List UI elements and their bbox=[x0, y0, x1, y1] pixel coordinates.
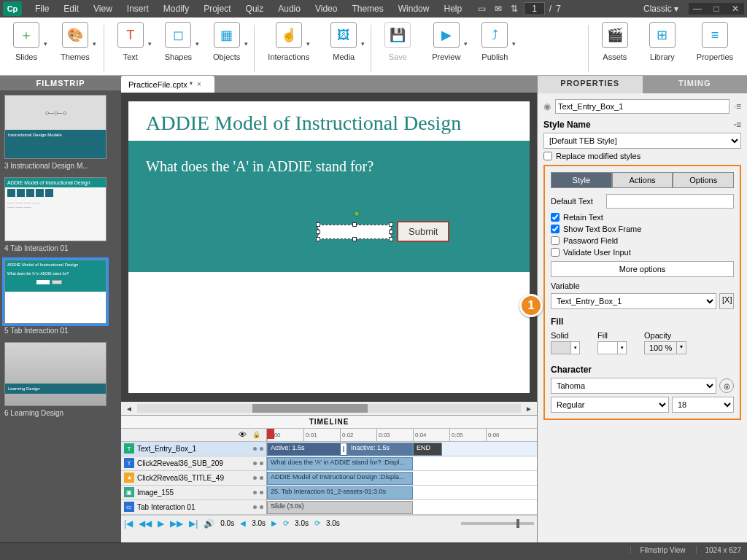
close-tab-icon[interactable]: × bbox=[197, 80, 201, 88]
visibility-icon[interactable]: ◉ bbox=[543, 101, 551, 112]
rotation-handle[interactable] bbox=[354, 211, 360, 217]
themes-icon[interactable]: 🎨 bbox=[62, 22, 88, 48]
object-menu-icon[interactable]: ∙≡ bbox=[734, 101, 741, 112]
ribbon-slides[interactable]: ＋ Slides bbox=[3, 22, 50, 75]
subtab-style[interactable]: Style bbox=[551, 172, 612, 188]
lock-column-icon[interactable]: 🔒 bbox=[252, 431, 260, 438]
default-text-input[interactable] bbox=[606, 194, 734, 209]
filmstrip-slide-3[interactable]: ◇—◇—◇Instructional Design Models 3 Instr… bbox=[4, 95, 117, 170]
ribbon-themes[interactable]: 🎨 Themes bbox=[50, 22, 101, 75]
tab-timing[interactable]: TIMING bbox=[643, 76, 748, 93]
password-checkbox[interactable] bbox=[551, 236, 560, 245]
horizontal-scrollbar[interactable]: ◄ ► bbox=[121, 402, 537, 415]
scroll-left-icon[interactable]: ◄ bbox=[121, 405, 137, 413]
font-family-select[interactable]: Tahoma bbox=[551, 378, 716, 394]
menu-video[interactable]: Video bbox=[308, 4, 344, 14]
panel-icon[interactable]: ▭ bbox=[478, 4, 486, 14]
style-select[interactable]: [Default TEB Style] bbox=[543, 133, 741, 149]
menu-quiz[interactable]: Quiz bbox=[239, 4, 271, 14]
variable-clear-button[interactable]: [X] bbox=[719, 293, 734, 309]
timeline-row[interactable]: ▣Image_155 25. Tab Interaction 01_2-asse… bbox=[121, 486, 537, 500]
slides-icon[interactable]: ＋ bbox=[13, 22, 39, 48]
text-icon[interactable]: T bbox=[117, 22, 144, 48]
retain-text-checkbox[interactable] bbox=[551, 213, 560, 222]
font-size-select[interactable]: 18 bbox=[672, 397, 734, 413]
tl-next-icon[interactable]: ▶▶ bbox=[170, 518, 183, 529]
resize-handle[interactable] bbox=[352, 237, 357, 241]
menu-file[interactable]: File bbox=[28, 4, 56, 14]
menu-help[interactable]: Help bbox=[436, 4, 469, 14]
window-maximize-icon[interactable]: □ bbox=[708, 3, 725, 15]
tl-first-icon[interactable]: |◀ bbox=[124, 518, 133, 529]
submit-button[interactable]: Submit bbox=[397, 221, 449, 242]
zoom-slider[interactable] bbox=[461, 522, 534, 525]
text-entry-box[interactable] bbox=[318, 225, 391, 239]
stage[interactable]: ADDIE Model of Instructional Design What… bbox=[121, 93, 537, 402]
style-menu-icon[interactable]: ∙≡ bbox=[734, 120, 741, 130]
timeline-row[interactable]: ★Click2Reveal36_TITLE_49 ADDIE Model of … bbox=[121, 471, 537, 486]
mail-icon[interactable]: ✉ bbox=[495, 4, 502, 14]
more-options-button[interactable]: More options bbox=[551, 261, 734, 277]
ribbon-text[interactable]: T Text bbox=[107, 22, 155, 75]
media-icon[interactable]: 🖼 bbox=[330, 22, 357, 48]
tl-play-icon[interactable]: ▶ bbox=[158, 518, 164, 529]
subtab-actions[interactable]: Actions bbox=[612, 172, 673, 188]
menu-view[interactable]: View bbox=[86, 4, 120, 14]
timeline-row[interactable]: ▭Tab Interaction 01 Slide (3.0s) bbox=[121, 500, 537, 515]
sync-icon[interactable]: ⇅ bbox=[511, 4, 518, 14]
workspace-selector[interactable]: Classic ▾ bbox=[639, 2, 683, 15]
ribbon-assets[interactable]: 🎬 Assets bbox=[592, 22, 639, 75]
resize-handle[interactable] bbox=[389, 222, 393, 227]
ribbon-shapes[interactable]: ◻ Shapes bbox=[155, 22, 203, 75]
window-close-icon[interactable]: ✕ bbox=[727, 3, 744, 15]
fill-swatch[interactable]: ▾ bbox=[597, 341, 627, 354]
menu-modify[interactable]: Modify bbox=[156, 4, 196, 14]
properties-icon[interactable]: ≡ bbox=[702, 22, 728, 48]
interactions-icon[interactable]: ☝ bbox=[276, 22, 302, 48]
typekit-icon[interactable]: ◎ bbox=[719, 378, 734, 393]
preview-icon[interactable]: ▶ bbox=[433, 22, 460, 48]
solid-swatch[interactable]: ▾ bbox=[551, 341, 580, 354]
tl-prev-icon[interactable]: ◀◀ bbox=[139, 518, 152, 529]
window-minimize-icon[interactable]: — bbox=[689, 3, 706, 15]
tl-last-icon[interactable]: ▶| bbox=[189, 518, 198, 529]
ribbon-preview[interactable]: ▶ Preview bbox=[422, 22, 471, 75]
ribbon-objects[interactable]: ▦ Objects bbox=[203, 22, 251, 75]
resize-handle[interactable] bbox=[352, 222, 357, 227]
filmstrip-slide-4[interactable]: ADDIE Model of Instructional Design—— ——… bbox=[4, 177, 117, 252]
tab-properties[interactable]: PROPERTIES bbox=[538, 76, 643, 93]
ribbon-library[interactable]: ⊞ Library bbox=[639, 22, 686, 75]
menu-insert[interactable]: Insert bbox=[120, 4, 156, 14]
filmstrip-slide-6[interactable]: Learning Design 6 Learning Design bbox=[4, 342, 117, 417]
objects-icon[interactable]: ▦ bbox=[214, 22, 240, 48]
scroll-thumb[interactable] bbox=[252, 404, 368, 413]
timeline-row[interactable]: TText_Entry_Box_1 Active: 1.5s‖Inactive:… bbox=[121, 442, 537, 456]
ribbon-publish[interactable]: ⤴ Publish bbox=[471, 22, 519, 75]
show-frame-checkbox[interactable] bbox=[551, 225, 560, 233]
menu-themes[interactable]: Themes bbox=[344, 4, 390, 14]
subtab-options[interactable]: Options bbox=[673, 172, 734, 188]
ribbon-media[interactable]: 🖼 Media bbox=[320, 22, 368, 75]
variable-select[interactable]: Text_Entry_Box_1 bbox=[551, 293, 716, 309]
menu-audio[interactable]: Audio bbox=[271, 4, 308, 14]
tl-audio-icon[interactable]: 🔊 bbox=[204, 518, 214, 529]
ribbon-interactions[interactable]: ☝ Interactions bbox=[258, 22, 320, 75]
timeline-row[interactable]: TClick2Reveal36_SUB_209 What does the 'A… bbox=[121, 456, 537, 471]
timeline-ruler[interactable]: 0:00 0:01 0:02 0:03 0:04 0:05 0:06 bbox=[267, 429, 537, 441]
shapes-icon[interactable]: ◻ bbox=[165, 22, 191, 48]
resize-handle[interactable] bbox=[389, 230, 393, 234]
resize-handle[interactable] bbox=[316, 237, 320, 241]
validate-checkbox[interactable] bbox=[551, 248, 560, 257]
menu-project[interactable]: Project bbox=[196, 4, 238, 14]
resize-handle[interactable] bbox=[389, 237, 393, 241]
assets-icon[interactable]: 🎬 bbox=[602, 22, 628, 48]
page-current[interactable]: 1 bbox=[524, 2, 545, 15]
font-style-select[interactable]: Regular bbox=[551, 397, 669, 413]
opacity-input[interactable]: 100 %▾ bbox=[644, 341, 686, 354]
publish-icon[interactable]: ⤴ bbox=[481, 22, 508, 48]
object-name-input[interactable] bbox=[555, 99, 729, 114]
replace-styles-checkbox[interactable] bbox=[543, 152, 552, 160]
filmstrip-slide-5[interactable]: ADDIE Model of Instructional DesignWhat … bbox=[4, 260, 117, 335]
playhead[interactable] bbox=[267, 429, 274, 439]
visibility-column-icon[interactable]: 👁 bbox=[239, 430, 247, 439]
